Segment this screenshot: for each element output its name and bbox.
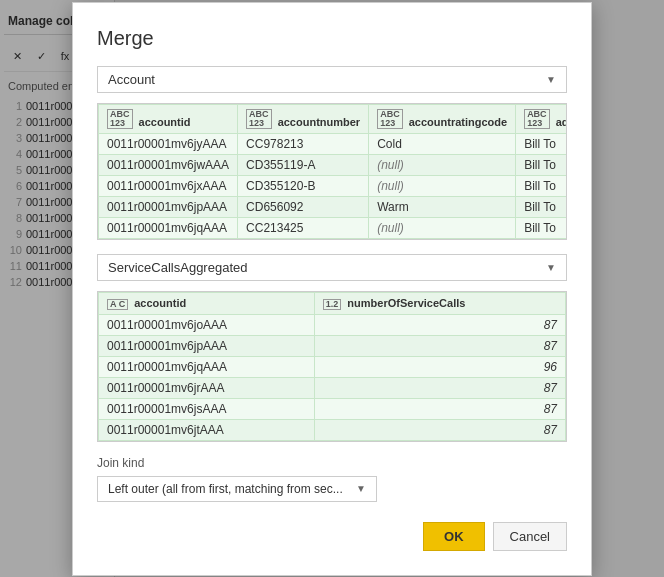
table-cell: Bill To bbox=[516, 175, 566, 196]
table1-col-header: ABC 123 accountnumber bbox=[238, 104, 369, 133]
table-row: 0011r00001mv6jyAAACC978213ColdBill To bbox=[99, 133, 567, 154]
table-cell: 0011r00001mv6jsAAA bbox=[99, 398, 315, 419]
table-cell: Cold bbox=[369, 133, 516, 154]
cancel-button[interactable]: Cancel bbox=[493, 522, 567, 551]
dialog-title: Merge bbox=[97, 27, 567, 50]
table-cell: (null) bbox=[369, 175, 516, 196]
table-cell: CD656092 bbox=[238, 196, 369, 217]
table-row: 0011r00001mv6jsAAA87 bbox=[99, 398, 566, 419]
table-row: 0011r00001mv6jpAAA87 bbox=[99, 335, 566, 356]
ok-button[interactable]: OK bbox=[423, 522, 485, 551]
second-dropdown-value: ServiceCallsAggregated bbox=[108, 260, 247, 275]
second-table: A C accountid1.2 numberOfServiceCalls 00… bbox=[98, 292, 566, 441]
table-cell: Warm bbox=[369, 196, 516, 217]
table-cell: Bill To bbox=[516, 196, 566, 217]
table-cell: 0011r00001mv6jqAAA bbox=[99, 217, 238, 238]
table-cell: 0011r00001mv6jpAAA bbox=[99, 335, 315, 356]
table-row: 0011r00001mv6jqAAA96 bbox=[99, 356, 566, 377]
table-row: 0011r00001mv6jpAAACD656092WarmBill To bbox=[99, 196, 567, 217]
table-cell: CD355120-B bbox=[238, 175, 369, 196]
table1-col-header: ABC 123 address1_addr bbox=[516, 104, 566, 133]
table-cell: 87 bbox=[314, 335, 565, 356]
table1-col-header: ABC 123 accountratingcode bbox=[369, 104, 516, 133]
table1-col-header: ABC 123 accountid bbox=[99, 104, 238, 133]
table-cell: 87 bbox=[314, 398, 565, 419]
table-row: 0011r00001mv6jxAAACD355120-B(null)Bill T… bbox=[99, 175, 567, 196]
chevron-down-icon: ▼ bbox=[546, 74, 556, 85]
table-cell: 0011r00001mv6jyAAA bbox=[99, 133, 238, 154]
table-row: 0011r00001mv6jrAAA87 bbox=[99, 377, 566, 398]
merge-dialog: Merge Account ▼ ABC 123 accountidABC 123… bbox=[72, 2, 592, 576]
first-table-container: ABC 123 accountidABC 123 accountnumberAB… bbox=[97, 103, 567, 240]
chevron-down-icon-3: ▼ bbox=[356, 483, 366, 494]
dialog-overlay: Merge Account ▼ ABC 123 accountidABC 123… bbox=[0, 0, 664, 577]
table2-col-header: A C accountid bbox=[99, 292, 315, 314]
table-cell: CC978213 bbox=[238, 133, 369, 154]
second-table-scroll[interactable]: A C accountid1.2 numberOfServiceCalls 00… bbox=[98, 292, 566, 441]
table-cell: 87 bbox=[314, 419, 565, 440]
table-cell: Bill To bbox=[516, 154, 566, 175]
table-cell: 0011r00001mv6jtAAA bbox=[99, 419, 315, 440]
dialog-footer: OK Cancel bbox=[97, 522, 567, 551]
chevron-down-icon-2: ▼ bbox=[546, 262, 556, 273]
table-cell: 0011r00001mv6joAAA bbox=[99, 314, 315, 335]
first-dropdown-value: Account bbox=[108, 72, 155, 87]
table-cell: 87 bbox=[314, 377, 565, 398]
join-kind-dropdown[interactable]: Left outer (all from first, matching fro… bbox=[97, 476, 377, 502]
table-cell: Bill To bbox=[516, 133, 566, 154]
table-row: 0011r00001mv6jwAAACD355119-A(null)Bill T… bbox=[99, 154, 567, 175]
first-table-dropdown[interactable]: Account ▼ bbox=[97, 66, 567, 93]
table-cell: CD355119-A bbox=[238, 154, 369, 175]
table-cell: 87 bbox=[314, 314, 565, 335]
table-cell: 96 bbox=[314, 356, 565, 377]
table-row: 0011r00001mv6joAAA87 bbox=[99, 314, 566, 335]
table-cell: CC213425 bbox=[238, 217, 369, 238]
table-cell: (null) bbox=[369, 154, 516, 175]
table-cell: 0011r00001mv6jqAAA bbox=[99, 356, 315, 377]
join-kind-label: Join kind bbox=[97, 456, 567, 470]
second-table-dropdown[interactable]: ServiceCallsAggregated ▼ bbox=[97, 254, 567, 281]
table-cell: Bill To bbox=[516, 217, 566, 238]
join-kind-value: Left outer (all from first, matching fro… bbox=[108, 482, 343, 496]
table-row: 0011r00001mv6jqAAACC213425(null)Bill To bbox=[99, 217, 567, 238]
table-cell: (null) bbox=[369, 217, 516, 238]
table-cell: 0011r00001mv6jwAAA bbox=[99, 154, 238, 175]
second-table-container: A C accountid1.2 numberOfServiceCalls 00… bbox=[97, 291, 567, 442]
first-table: ABC 123 accountidABC 123 accountnumberAB… bbox=[98, 104, 566, 239]
table-cell: 0011r00001mv6jxAAA bbox=[99, 175, 238, 196]
table-cell: 0011r00001mv6jrAAA bbox=[99, 377, 315, 398]
table-row: 0011r00001mv6jtAAA87 bbox=[99, 419, 566, 440]
table-cell: 0011r00001mv6jpAAA bbox=[99, 196, 238, 217]
table2-col-header: 1.2 numberOfServiceCalls bbox=[314, 292, 565, 314]
first-table-scroll[interactable]: ABC 123 accountidABC 123 accountnumberAB… bbox=[98, 104, 566, 239]
